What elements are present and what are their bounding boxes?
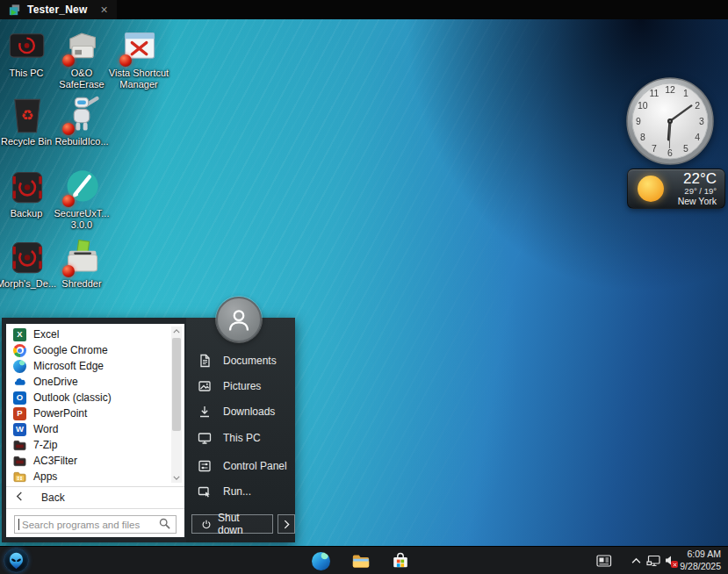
desktop-icon-shredder[interactable]: Shredder — [52, 237, 112, 290]
shortcut-overlay-icon — [62, 54, 75, 67]
sun-icon — [638, 176, 664, 202]
vm-tab-title: Tester_New — [27, 4, 87, 16]
desktop-icon-oo-safeerase[interactable]: O&O SafeErase — [52, 26, 112, 90]
taskbar-clock[interactable]: 6:09 AM 9/28/2025 — [680, 547, 721, 574]
control-panel-icon — [198, 459, 212, 473]
start-menu-item-word[interactable]: W Word — [6, 421, 184, 437]
morphs-icon — [6, 237, 47, 277]
computer-icon — [198, 431, 212, 445]
chevron-left-icon — [16, 491, 23, 504]
desktop-icon-secureux[interactable]: SecureUxT...3.0.0 — [52, 167, 112, 231]
shortcut-overlay-icon — [62, 195, 75, 207]
7zip-folder-icon — [13, 439, 26, 452]
user-avatar[interactable] — [216, 297, 262, 342]
start-menu-item-apps[interactable]: Apps — [6, 469, 184, 484]
start-menu-item-edge[interactable]: Microsoft Edge — [6, 358, 184, 374]
excel-icon: X — [13, 328, 26, 341]
shortcut-overlay-icon — [62, 265, 75, 277]
desktop-icon-recycle-bin[interactable]: ♻ Recycle Bin — [0, 95, 54, 147]
run-icon — [198, 484, 212, 499]
chevron-right-icon — [284, 520, 290, 529]
vm-titlebar: Tester_New × — [0, 0, 728, 19]
mute-icon — [671, 561, 678, 568]
chevron-up-icon — [631, 557, 641, 564]
scrollbar-thumb[interactable] — [172, 338, 181, 431]
taskbar-store-button[interactable] — [390, 550, 411, 571]
outlook-icon: O — [13, 391, 26, 405]
weather-gadget[interactable]: 22°C 29° / 19° New York — [627, 169, 725, 209]
network-button[interactable] — [646, 555, 661, 567]
place-run[interactable]: Run... — [198, 484, 251, 499]
taskbar-edge-button[interactable] — [310, 550, 331, 571]
start-menu-item-7zip[interactable]: 7-Zip — [6, 437, 184, 453]
ac3filter-folder-icon — [13, 455, 26, 468]
search-icon — [159, 517, 170, 533]
weather-city: New York — [678, 197, 717, 207]
place-this-pc[interactable]: This PC — [198, 430, 261, 446]
clock-gadget[interactable]: 12 1 2 3 4 5 6 7 8 9 10 11 — [624, 75, 716, 170]
desktop-icon-this-pc[interactable]: This PC — [0, 26, 54, 79]
safeerase-icon — [61, 26, 102, 67]
word-icon: W — [13, 423, 26, 436]
widgets-button[interactable] — [595, 554, 613, 568]
shutdown-button[interactable]: Shut down — [191, 514, 273, 534]
svg-text:2: 2 — [695, 100, 700, 111]
app-list: X Excel Google Chrome Microsoft Edge One… — [6, 326, 184, 484]
edge-icon — [13, 360, 26, 373]
start-menu-app-panel: X Excel Google Chrome Microsoft Edge One… — [6, 324, 184, 537]
start-menu-item-outlook[interactable]: O Outlook (classic) — [6, 390, 184, 405]
backup-icon — [6, 167, 47, 207]
vm-tab[interactable]: Tester_New × — [0, 0, 117, 19]
svg-text:10: 10 — [638, 100, 648, 111]
volume-button[interactable] — [664, 555, 674, 566]
start-button[interactable] — [4, 548, 29, 573]
desktop-icon-rebuildico[interactable]: RebuildIco... — [52, 95, 112, 147]
place-pictures[interactable]: Pictures — [198, 378, 261, 394]
document-icon — [198, 354, 212, 368]
place-downloads[interactable]: Downloads — [198, 404, 275, 420]
vista-shortcut-icon — [119, 26, 159, 67]
news-widget-icon — [595, 554, 613, 568]
person-icon — [226, 306, 252, 333]
divider — [6, 508, 184, 509]
svg-text:11: 11 — [650, 88, 660, 98]
app-list-scrollbar[interactable] — [171, 326, 182, 483]
tray-overflow-button[interactable] — [631, 557, 641, 564]
this-pc-icon — [6, 26, 47, 67]
place-control-panel[interactable]: Control Panel — [198, 458, 287, 474]
desktop-icon-backup[interactable]: Backup — [0, 167, 54, 219]
analog-clock-icon: 12 1 2 3 4 5 6 7 8 9 10 11 — [624, 75, 716, 167]
start-menu-item-powerpoint[interactable]: P PowerPoint — [6, 405, 184, 421]
taskbar: 6:09 AM 9/28/2025 — [0, 546, 728, 574]
start-menu-item-excel[interactable]: X Excel — [6, 326, 184, 342]
picture-icon — [198, 379, 212, 393]
svg-text:1: 1 — [683, 88, 688, 98]
tray-time: 6:09 AM — [687, 549, 721, 561]
vm-tab-close-icon[interactable]: × — [100, 4, 107, 16]
shutdown-options-button[interactable] — [278, 514, 295, 534]
svg-text:8: 8 — [640, 132, 645, 142]
start-menu-places-panel: Documents Pictures Downloads This PC Con… — [186, 318, 295, 542]
scroll-up-icon[interactable] — [171, 326, 182, 336]
start-menu-item-chrome[interactable]: Google Chrome — [6, 342, 184, 358]
shutdown-split-button: Shut down — [191, 514, 295, 534]
place-documents[interactable]: Documents — [198, 353, 277, 369]
shortcut-overlay-icon — [119, 54, 132, 67]
taskbar-file-explorer-button[interactable] — [350, 550, 371, 571]
back-button[interactable]: Back — [6, 488, 184, 507]
svg-text:6: 6 — [667, 147, 673, 158]
search-input[interactable] — [19, 520, 159, 530]
svg-text:9: 9 — [636, 116, 641, 126]
secureux-icon — [61, 167, 102, 207]
start-menu-item-ac3filter[interactable]: AC3Filter — [6, 453, 184, 469]
scroll-down-icon[interactable] — [171, 473, 182, 483]
desktop-icon-vista-shortcut-manager[interactable]: Vista Shortcut Manager — [104, 26, 174, 90]
start-menu: X Excel Google Chrome Microsoft Edge One… — [2, 318, 295, 542]
powerpoint-icon: P — [13, 407, 26, 420]
svg-text:4: 4 — [695, 132, 700, 142]
ethernet-network-icon — [646, 555, 661, 567]
recycle-bin-icon: ♻ — [6, 95, 47, 135]
start-menu-item-onedrive[interactable]: OneDrive — [6, 374, 184, 390]
svg-text:12: 12 — [665, 84, 675, 95]
desktop-icon-morphs[interactable]: Morph's_De... — [0, 237, 54, 290]
